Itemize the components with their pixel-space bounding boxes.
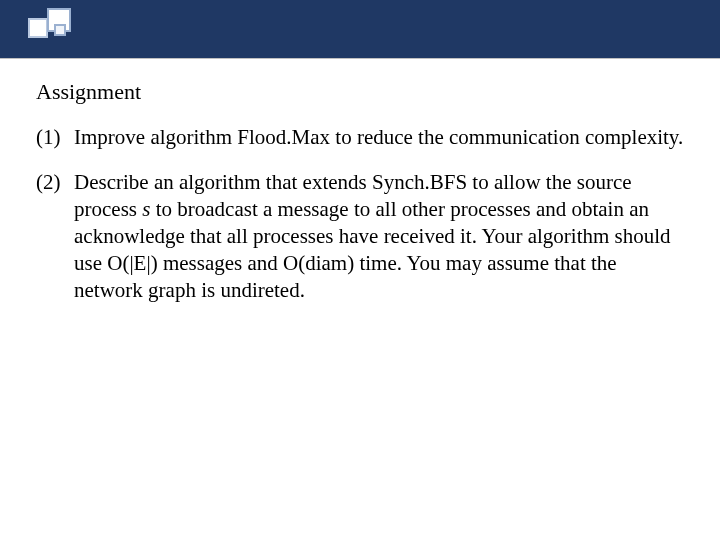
item-text: Improve algorithm Flood.Max to reduce th… <box>74 124 684 151</box>
text-part: Describe an algorithm that extends Synch… <box>74 170 430 194</box>
text-part: to broadcast a message to all other proc… <box>74 197 671 302</box>
text-part: Max to reduce the communication complexi… <box>292 125 684 149</box>
decoration-square-3 <box>54 24 66 36</box>
slide-title: Assignment <box>36 78 684 106</box>
header-bar <box>0 0 720 59</box>
slide: Assignment (1) Improve algorithm Flood.M… <box>0 0 720 540</box>
item-number: (1) <box>36 124 74 151</box>
list-item: (2) Describe an algorithm that extends S… <box>36 169 684 303</box>
text-part: Improve algorithm Flood. <box>74 125 292 149</box>
content-area: Assignment (1) Improve algorithm Flood.M… <box>36 78 684 321</box>
item-text: Describe an algorithm that extends Synch… <box>74 169 684 303</box>
decoration-square-1 <box>28 18 48 38</box>
item-number: (2) <box>36 169 74 303</box>
list-item: (1) Improve algorithm Flood.Max to reduc… <box>36 124 684 151</box>
